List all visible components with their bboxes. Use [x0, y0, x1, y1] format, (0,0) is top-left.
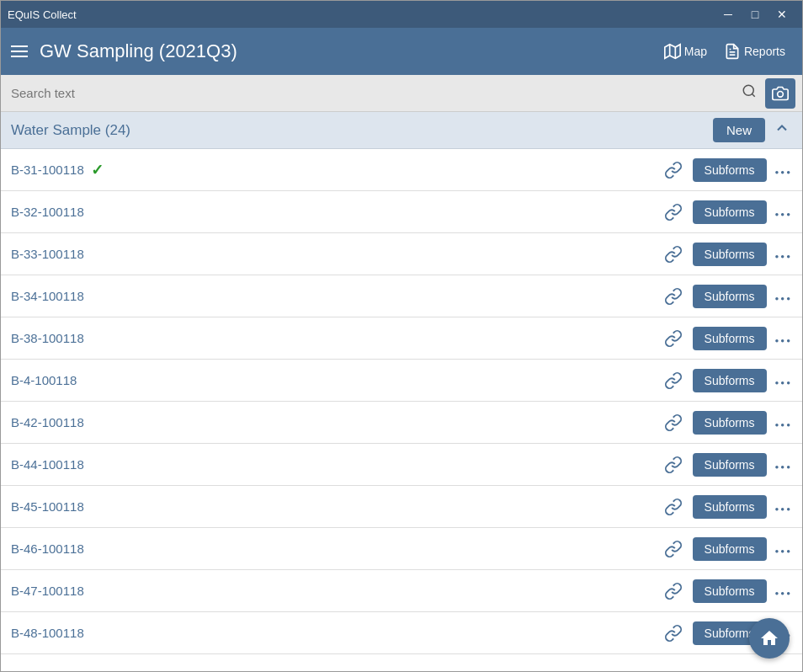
list-item: B-45-100118 Subforms — [1, 486, 802, 528]
more-options-button[interactable] — [772, 580, 796, 601]
subforms-button[interactable]: Subforms — [693, 453, 767, 477]
search-input[interactable] — [8, 83, 733, 104]
item-label[interactable]: B-45-100118 — [11, 499, 84, 514]
list-item-left: B-33-100118 — [11, 247, 84, 261]
link-button[interactable] — [659, 580, 688, 602]
list-item: B-38-100118 Subforms — [1, 317, 802, 360]
list-item-left: B-44-100118 — [11, 457, 84, 472]
list-item-left: B-46-100118 — [11, 541, 84, 556]
search-bar — [1, 75, 802, 112]
more-options-button[interactable] — [772, 496, 796, 517]
page-title: GW Sampling (2021Q3) — [40, 40, 237, 62]
map-button[interactable]: Map — [657, 40, 714, 63]
list-item-left: B-31-100118 ✓ — [11, 161, 104, 179]
subforms-button[interactable]: Subforms — [693, 243, 767, 266]
link-icon — [664, 498, 683, 516]
item-label[interactable]: B-34-100118 — [11, 289, 84, 303]
subforms-button[interactable]: Subforms — [693, 579, 767, 603]
item-label[interactable]: B-46-100118 — [11, 541, 84, 556]
section-header-right: New — [713, 116, 795, 144]
reports-button[interactable]: Reports — [717, 40, 792, 63]
more-options-button[interactable] — [772, 328, 796, 349]
list-item-left: B-45-100118 — [11, 499, 84, 514]
title-bar: EQuIS Collect ─ □ ✕ — [1, 1, 802, 28]
svg-point-5 — [743, 85, 753, 95]
more-options-button[interactable] — [772, 201, 796, 222]
collapse-button[interactable] — [768, 116, 795, 144]
list-item: B-47-100118 Subforms — [1, 570, 802, 612]
title-bar-left: EQuIS Collect — [8, 8, 77, 21]
subforms-button[interactable]: Subforms — [693, 369, 767, 392]
reports-icon — [724, 43, 741, 60]
link-button[interactable] — [659, 412, 688, 434]
title-bar-controls: ─ □ ✕ — [715, 1, 795, 28]
subforms-button[interactable]: Subforms — [693, 285, 767, 308]
new-button[interactable]: New — [713, 118, 765, 142]
link-button[interactable] — [659, 496, 688, 518]
link-icon — [664, 582, 683, 600]
item-label[interactable]: B-47-100118 — [11, 584, 84, 598]
link-icon — [664, 624, 683, 643]
item-label[interactable]: B-38-100118 — [11, 331, 84, 345]
link-icon — [664, 245, 683, 264]
more-dots-icon — [775, 413, 793, 430]
close-button[interactable]: ✕ — [768, 1, 795, 28]
subforms-button[interactable]: Subforms — [693, 158, 767, 182]
link-button[interactable] — [659, 159, 688, 181]
item-label[interactable]: B-33-100118 — [11, 247, 84, 261]
link-button[interactable] — [659, 243, 688, 265]
more-options-button[interactable] — [772, 243, 796, 264]
more-dots-icon — [775, 203, 793, 220]
search-icon — [742, 83, 757, 99]
list-item-right: Subforms — [659, 453, 795, 477]
more-options-button[interactable] — [772, 412, 796, 433]
home-button[interactable] — [749, 618, 790, 659]
camera-button[interactable] — [765, 78, 795, 109]
link-icon — [664, 161, 683, 179]
subforms-button[interactable]: Subforms — [693, 537, 767, 561]
list-item-right: Subforms — [659, 369, 795, 392]
more-dots-icon — [775, 582, 793, 599]
item-label[interactable]: B-44-100118 — [11, 457, 84, 472]
link-button[interactable] — [659, 454, 688, 476]
list-item-right: Subforms — [659, 327, 795, 350]
maximize-button[interactable]: □ — [742, 1, 768, 28]
more-options-button[interactable] — [772, 538, 796, 559]
link-icon — [664, 540, 683, 558]
list-item-left: B-38-100118 — [11, 331, 84, 345]
more-options-button[interactable] — [772, 370, 796, 391]
item-label[interactable]: B-42-100118 — [11, 415, 84, 429]
list-item-right: Subforms — [659, 495, 795, 519]
subforms-button[interactable]: Subforms — [693, 411, 767, 435]
list-item: B-48-100118 Subforms — [1, 612, 802, 654]
link-button[interactable] — [659, 328, 688, 349]
menu-button[interactable] — [8, 42, 31, 61]
chevron-up-icon — [774, 120, 790, 136]
more-options-button[interactable] — [772, 159, 796, 180]
link-button[interactable] — [659, 622, 688, 644]
item-label[interactable]: B-31-100118 — [11, 163, 84, 177]
list-item-left: B-32-100118 — [11, 205, 84, 219]
subforms-button[interactable]: Subforms — [693, 327, 767, 350]
more-dots-icon — [775, 456, 793, 472]
section-header: Water Sample (24) New — [1, 112, 802, 149]
search-button[interactable] — [737, 82, 762, 104]
item-label[interactable]: B-4-100118 — [11, 373, 77, 387]
link-button[interactable] — [659, 285, 688, 307]
link-button[interactable] — [659, 538, 688, 560]
app-header-left: GW Sampling (2021Q3) — [8, 40, 237, 62]
list-item-right: Subforms — [659, 579, 795, 603]
item-label[interactable]: B-48-100118 — [11, 626, 84, 640]
sample-list: B-31-100118 ✓ Subforms B-32-100118 — [1, 149, 802, 672]
more-dots-icon — [775, 371, 793, 388]
link-button[interactable] — [659, 201, 688, 223]
more-options-button[interactable] — [772, 454, 796, 475]
more-options-button[interactable] — [772, 285, 796, 307]
minimize-button[interactable]: ─ — [715, 1, 742, 28]
subforms-button[interactable]: Subforms — [693, 200, 767, 224]
link-icon — [664, 371, 683, 390]
subforms-button[interactable]: Subforms — [693, 495, 767, 519]
item-label[interactable]: B-32-100118 — [11, 205, 84, 219]
list-item: B-33-100118 Subforms — [1, 233, 802, 275]
link-button[interactable] — [659, 370, 688, 392]
